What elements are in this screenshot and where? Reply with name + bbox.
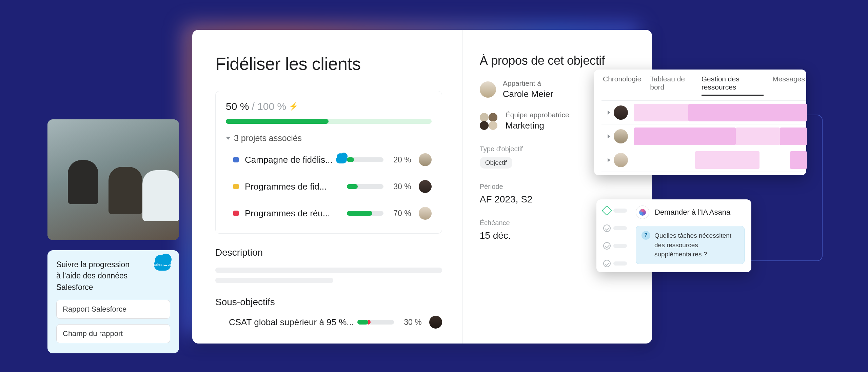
resource-card: Chronologie Tableau de bord Gestion des … [594,70,806,175]
tab-chronologie[interactable]: Chronologie [603,75,641,96]
project-row[interactable]: Programmes de fid... 30 % [226,173,432,200]
avatar [614,129,628,143]
bolt-icon: ⚡ [289,102,298,111]
ai-title: Demander à l'IA Asana [655,208,730,217]
progress-panel: 50 % / 100 % ⚡ 3 projets associés Campag… [215,91,442,234]
salesforce-card: Suivre la progression à l'aide des donné… [47,250,179,353]
chevron-down-icon [226,137,231,140]
diamond-icon [601,205,612,216]
chevron-right-icon[interactable] [608,134,610,138]
avatar [419,180,432,193]
subgoals-heading: Sous-objectifs [215,297,442,308]
team-avatars [480,113,499,129]
avatar [614,105,628,120]
question-icon: ? [642,231,650,240]
tab-tableau[interactable]: Tableau de bord [650,75,692,96]
gantt-row[interactable] [601,124,806,148]
gantt-row[interactable] [601,148,806,172]
salesforce-field-input[interactable]: Champ du rapport [56,324,170,343]
ai-card: Demander à l'IA Asana ? Quelles tâches n… [596,199,751,272]
goal-card: Fidéliser les clients 50 % / 100 % ⚡ 3 p… [192,30,652,344]
projects-toggle[interactable]: 3 projets associés [226,133,432,143]
salesforce-title: Suivre la progression à l'aide des donné… [56,259,134,293]
ai-logo-icon [636,205,649,219]
salesforce-cloud-icon: salesforce [154,259,171,271]
avatar [419,153,432,166]
salesforce-icon [336,156,347,163]
project-row[interactable]: Programmes de réu... 70 % [226,200,432,227]
ai-suggestion[interactable]: ? Quelles tâches nécessitent des ressour… [636,226,745,264]
salesforce-report-input[interactable]: Rapport Salesforce [56,300,170,319]
subgoal-row[interactable]: CSAT global supérieur à 95 %... 30 % [215,308,442,337]
check-circle-icon [603,224,611,232]
progress-bar [226,119,432,124]
type-pill[interactable]: Objectif [480,157,512,169]
chevron-right-icon[interactable] [608,158,610,162]
tab-ressources[interactable]: Gestion des ressources [702,75,764,96]
tabs: Chronologie Tableau de bord Gestion des … [601,75,806,101]
check-circle-icon [603,260,611,267]
avatar [429,316,442,329]
about-heading: À propos de cet objectif [480,54,635,68]
description-placeholder[interactable] [215,268,442,283]
gantt-row[interactable] [601,101,806,124]
chevron-right-icon[interactable] [608,111,610,115]
tab-messages[interactable]: Messages [772,75,805,96]
avatar [480,81,496,98]
meeting-photo [47,119,179,240]
avatar [614,153,628,167]
project-row[interactable]: Campagne de fidélis... 20 % [226,146,432,173]
goal-title: Fidéliser les clients [215,54,442,74]
avatar [419,207,432,220]
check-circle-icon [603,242,611,250]
description-heading: Description [215,247,442,258]
progress-label: 50 % / 100 % ⚡ [226,101,432,112]
